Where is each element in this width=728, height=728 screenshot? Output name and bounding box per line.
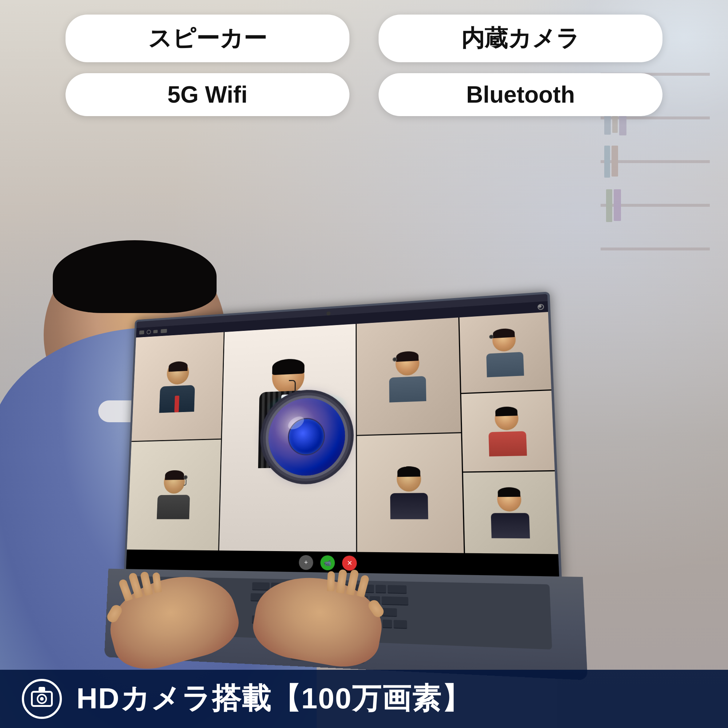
user-icon <box>146 330 151 335</box>
notification-icon <box>153 330 158 333</box>
feature-badges: スピーカー 内蔵カメラ 5G Wifi Bluetooth <box>29 15 699 116</box>
video-grid <box>127 317 464 553</box>
settings-icon[interactable] <box>538 304 544 310</box>
bottom-bar: HDカメラ搭載【100万画素】 <box>0 670 728 728</box>
bottom-text: HDカメラ搭載【100万画素】 <box>76 679 471 719</box>
wifi-badge: 5G Wifi <box>66 73 349 116</box>
video-cell-bottomright <box>357 433 464 553</box>
right-hand <box>249 568 389 673</box>
menu-icon <box>139 330 144 335</box>
laptop-bezel: .video-grid { right: 233px !important; }… <box>126 294 559 578</box>
camera-badge: 内蔵カメラ <box>379 15 662 62</box>
speaker-badge: スピーカー <box>66 15 349 62</box>
video-cell-topright <box>357 317 461 434</box>
laptop-screen: .video-grid { right: 233px !important; }… <box>124 292 562 581</box>
hands <box>109 561 401 662</box>
bluetooth-badge: Bluetooth <box>379 73 662 116</box>
video-cell-topleft <box>132 332 223 441</box>
battery-icon <box>161 329 167 333</box>
camera-icon-circle <box>22 679 62 719</box>
video-call-interface: .video-grid { right: 233px !important; }… <box>126 301 559 578</box>
video-cell-center <box>219 324 356 552</box>
video-cell-middleleft <box>127 439 221 551</box>
left-hand <box>101 564 245 678</box>
camera-lens-overlay <box>268 397 345 476</box>
webcam-dot <box>327 311 330 316</box>
